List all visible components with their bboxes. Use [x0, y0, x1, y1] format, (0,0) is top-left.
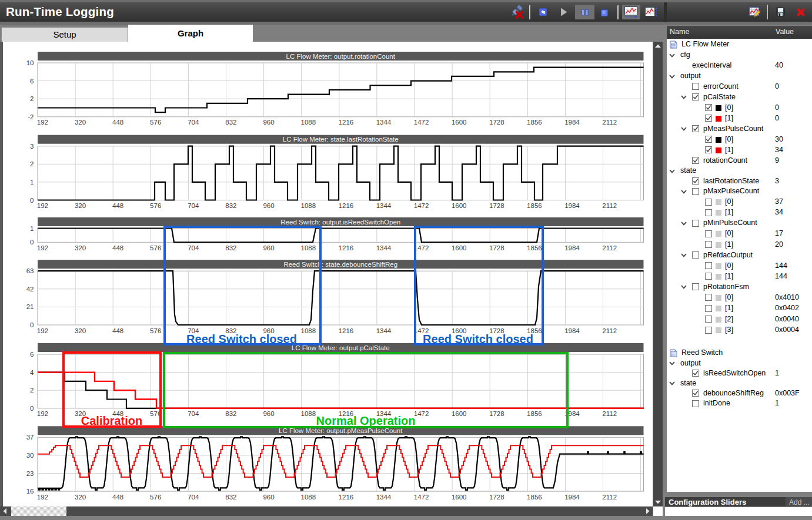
svg-text:448: 448	[112, 494, 123, 501]
svg-text:704: 704	[188, 494, 199, 501]
svg-text:1216: 1216	[339, 494, 354, 501]
svg-text:2112: 2112	[602, 494, 617, 501]
svg-text:30: 30	[26, 452, 34, 459]
svg-text:16: 16	[26, 488, 34, 495]
svg-text:1984: 1984	[564, 494, 580, 501]
svg-text:192: 192	[37, 494, 48, 501]
svg-text:1344: 1344	[376, 494, 392, 501]
svg-text:320: 320	[75, 494, 86, 501]
svg-text:832: 832	[225, 494, 236, 501]
svg-text:LC Flow Meter: output.pMeasPul: LC Flow Meter: output.pMeasPulseCount	[279, 427, 403, 434]
svg-text:1856: 1856	[527, 494, 542, 501]
svg-text:23: 23	[26, 470, 34, 477]
svg-text:37: 37	[26, 434, 34, 441]
svg-text:1472: 1472	[414, 494, 429, 501]
svg-text:1728: 1728	[489, 494, 504, 501]
svg-text:1088: 1088	[301, 494, 316, 501]
svg-text:1600: 1600	[452, 494, 467, 501]
svg-text:576: 576	[150, 494, 161, 501]
svg-text:960: 960	[263, 494, 274, 501]
